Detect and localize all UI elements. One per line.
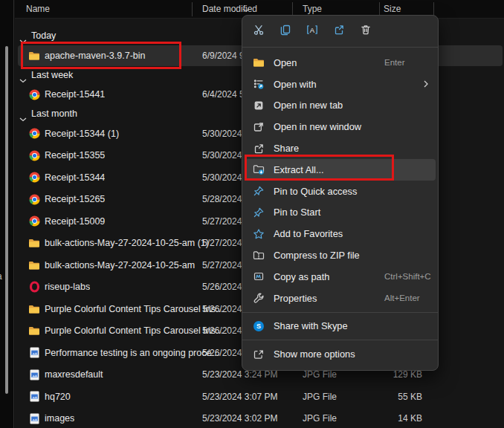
- menu-item-compress-to-zip-file[interactable]: Compress to ZIP file: [242, 244, 438, 266]
- file-size: 55 KB: [327, 392, 422, 402]
- pin-icon: [252, 184, 265, 198]
- menu-item-label: Pin to Quick access: [274, 186, 357, 197]
- menu-item-open-with[interactable]: Open with: [242, 74, 438, 95]
- folder-icon: [28, 303, 40, 315]
- file-name: images: [45, 413, 74, 424]
- file-name: Receipt-15441: [45, 89, 105, 100]
- open-new-tab-icon: [252, 99, 265, 112]
- menu-item-pin-to-start[interactable]: Pin to Start: [242, 202, 438, 224]
- file-name: bulk-actions-May-27-2024-10-25-am (1): [45, 238, 209, 248]
- file-name: bulk-actions-May-27-2024-10-25-am: [45, 260, 195, 270]
- menu-item-label: Show more options: [274, 348, 355, 360]
- file-date-modified: 5/26/2024: [202, 282, 242, 292]
- chrome-icon: [28, 128, 40, 140]
- menu-item-label: Add to Favorites: [274, 228, 343, 239]
- copy-button[interactable]: [272, 19, 299, 44]
- menu-item-share-with-skype[interactable]: S Share with Skype: [242, 316, 438, 337]
- zip-folder-icon: [252, 249, 265, 262]
- context-menu-items: Open Enter Open with Open in new tab Ope…: [242, 48, 438, 365]
- file-name: Receipt-15009: [45, 216, 105, 227]
- delete-icon: [360, 24, 372, 39]
- chrome-icon: [28, 172, 40, 184]
- menu-separator: [242, 312, 438, 313]
- menu-item-label: Open: [274, 57, 297, 68]
- file-date-modified: 5/27/2024: [202, 238, 242, 248]
- open-folder-icon: [252, 56, 265, 69]
- file-date-modified: 6/4/2024 5: [202, 89, 245, 100]
- menu-item-show-more-options[interactable]: Show more options: [242, 343, 438, 365]
- file-size: 14 KB: [327, 413, 422, 424]
- column-separator[interactable]: [192, 2, 193, 16]
- menu-item-shortcut: Enter: [384, 58, 405, 67]
- menu-item-properties[interactable]: Properties Alt+Enter: [242, 288, 438, 309]
- menu-item-pin-to-quick-access[interactable]: Pin to Quick access: [242, 181, 438, 202]
- context-menu: A Open Enter Open with Open in new tab O…: [242, 15, 439, 371]
- copy-icon: [280, 24, 291, 39]
- menu-item-label: Copy as path: [274, 271, 329, 282]
- pin-icon: [252, 206, 265, 219]
- folder-icon: [28, 237, 40, 249]
- group-label: Last week: [31, 70, 73, 80]
- menu-item-shortcut: Ctrl+Shift+C: [384, 272, 431, 281]
- menu-item-label: Open in new tab: [274, 100, 343, 111]
- share-arrow-icon: [252, 142, 265, 155]
- cut-button[interactable]: [245, 19, 272, 44]
- svg-text:S: S: [256, 322, 261, 330]
- folder-icon: [28, 325, 40, 337]
- rename-button[interactable]: A: [299, 19, 326, 44]
- file-name: Receipt-15344 (1): [45, 129, 119, 139]
- opera-icon: [28, 281, 40, 293]
- file-date-modified: 5/27/2024: [202, 216, 242, 227]
- chevron-right-icon: [424, 77, 428, 91]
- menu-item-add-to-favorites[interactable]: Add to Favorites: [242, 223, 438, 244]
- chrome-icon: [28, 88, 40, 100]
- copy-path-icon: [252, 270, 265, 283]
- menu-item-share[interactable]: Share: [242, 137, 438, 159]
- star-icon: [252, 227, 265, 241]
- column-header-size[interactable]: Size: [384, 4, 401, 14]
- file-name: riseup-labs: [45, 282, 90, 292]
- file-name: Receipt-15355: [45, 150, 105, 160]
- file-name: Purple Colorful Content Tips Carousel In…: [45, 325, 223, 336]
- menu-item-label: Share: [274, 143, 299, 154]
- image-file-icon: [28, 412, 40, 424]
- file-date-modified: 5/26/2024: [202, 348, 242, 358]
- menu-item-label: Share with Skype: [274, 320, 348, 331]
- file-name: Receipt-15265: [45, 194, 105, 204]
- svg-text:A: A: [310, 26, 315, 34]
- file-date-modified: 5/27/2024: [202, 260, 242, 270]
- file-date-modified: 5/30/2024: [202, 172, 242, 183]
- menu-item-open-in-new-window[interactable]: Open in new window: [242, 116, 438, 137]
- group-label: Last month: [31, 108, 77, 119]
- nav-scrollbar[interactable]: [5, 46, 8, 394]
- file-date-modified: 5/26/2024: [202, 304, 242, 314]
- share-button[interactable]: [326, 19, 352, 44]
- menu-item-label: Extract All...: [274, 164, 324, 175]
- group-label: Today: [31, 30, 56, 41]
- nav-item-partial-label: a: [0, 271, 2, 282]
- menu-item-extract-all[interactable]: Extract All...: [245, 159, 436, 181]
- menu-item-label: Open in new window: [274, 121, 361, 132]
- file-name: Receipt-15344: [45, 172, 105, 183]
- wrench-icon: [252, 291, 265, 305]
- show-more-options-icon: [252, 348, 265, 361]
- file-date-modified: 6/9/2024 9: [202, 51, 245, 61]
- file-row[interactable]: hq720 5/23/2024 3:07 PM JPG File 55 KB: [15, 386, 504, 408]
- menu-item-label: Compress to ZIP file: [274, 250, 360, 261]
- menu-separator: [242, 340, 438, 340]
- image-file-icon: [28, 347, 40, 359]
- menu-item-copy-as-path[interactable]: Copy as path Ctrl+Shift+C: [242, 266, 438, 288]
- navigation-pane-edge: a: [0, 0, 14, 428]
- file-row[interactable]: images 5/23/2024 3:02 PM JPG File 14 KB: [15, 408, 504, 428]
- menu-item-open-in-new-tab[interactable]: Open in new tab: [242, 95, 438, 117]
- column-header-type[interactable]: Type: [303, 4, 322, 14]
- rename-icon: A: [306, 24, 318, 39]
- file-date-modified: 5/30/2024: [202, 150, 242, 160]
- file-explorer-window: a Name Date modified Type Size Today apa…: [0, 0, 504, 428]
- menu-item-open[interactable]: Open Enter: [242, 52, 438, 74]
- delete-button[interactable]: [352, 19, 379, 44]
- sort-direction-icon: [242, 2, 250, 16]
- column-header-name[interactable]: Name: [26, 4, 50, 14]
- open-new-window-icon: [252, 120, 265, 134]
- extract-icon: [252, 163, 265, 176]
